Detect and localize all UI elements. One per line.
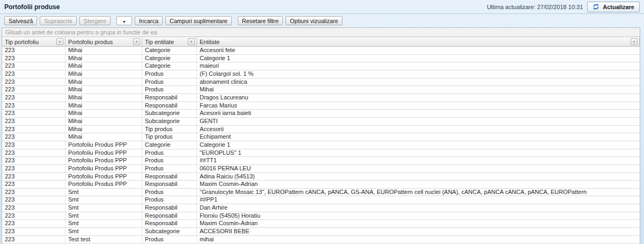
table-cell: 223 bbox=[2, 181, 65, 189]
table-cell: Mihai bbox=[65, 86, 142, 94]
table-cell: "EUROPLUS" 1 bbox=[197, 149, 640, 157]
table-cell: 223 bbox=[2, 102, 65, 110]
title-bar: Portofolii produse Ultima actualizare: 2… bbox=[0, 0, 644, 14]
overwrite-button: Suprascrie bbox=[40, 16, 77, 25]
table-row[interactable]: 223SmtResponsabilDan Arhire bbox=[2, 204, 640, 212]
column-header-tip-entitate[interactable]: Tip entitate ▼ bbox=[142, 37, 197, 46]
table-cell: Dan Arhire bbox=[197, 204, 640, 212]
table-row[interactable]: 223MihaiProdusMihai bbox=[2, 86, 640, 94]
table-cell: ##TT1 bbox=[197, 157, 640, 165]
table-cell: 223 bbox=[2, 212, 65, 220]
table-cell: Categorie bbox=[142, 62, 197, 70]
table-cell: 223 bbox=[2, 118, 65, 126]
table-cell: Subcategorie bbox=[142, 110, 197, 118]
table-row[interactable]: 223MihaiProdusabonament clinica bbox=[2, 78, 640, 87]
refresh-button[interactable]: Actualizare bbox=[587, 2, 640, 12]
filter-icon[interactable]: ▼ bbox=[133, 38, 140, 45]
column-header-label: Tip portofoliu bbox=[5, 39, 39, 45]
table-cell: Responsabil bbox=[142, 212, 197, 220]
table-cell: Maxim Cosmin-Adrian bbox=[197, 220, 640, 228]
table-cell: 223 bbox=[2, 141, 65, 149]
table-cell: 223 bbox=[2, 228, 65, 236]
table-cell: 223 bbox=[2, 204, 65, 212]
column-header-tip-portofoliu[interactable]: Tip portofoliu ▼ bbox=[2, 37, 65, 46]
table-cell: Responsabil bbox=[142, 102, 197, 110]
table-cell: Accesorii fete bbox=[197, 47, 640, 55]
column-header-entitate[interactable]: Entitate ▼ bbox=[197, 37, 640, 46]
table-row[interactable]: 223SmtSubcategorieACCESORII BEBE bbox=[2, 228, 640, 236]
table-cell: Echipament bbox=[197, 133, 640, 141]
filter-icon[interactable]: ▼ bbox=[188, 38, 195, 45]
filter-icon[interactable]: ▼ bbox=[56, 38, 63, 45]
table-cell: Produs bbox=[142, 78, 197, 87]
column-header-label: Portofoliu produs bbox=[68, 39, 113, 45]
table-row[interactable]: 223Portofoliu Produs PPPProdus"EUROPLUS"… bbox=[2, 149, 640, 157]
table-row[interactable]: 223MihaiTip produsAccesorii bbox=[2, 126, 640, 134]
column-header-label: Tip entitate bbox=[145, 39, 174, 45]
table-row[interactable]: 223MihaiProdus(F) Colargol sol. 1 % bbox=[2, 70, 640, 78]
table-cell: 223 bbox=[2, 173, 65, 181]
table-cell: ACCESORII BEBE bbox=[197, 228, 640, 236]
table-cell: Adina Raiciu (54513) bbox=[197, 173, 640, 181]
table-cell: Portofoliu Produs PPP bbox=[65, 165, 142, 173]
table-row[interactable]: 223MihaiSubcategorieGENTI bbox=[2, 118, 640, 126]
save-dropdown-button[interactable]: ▼ bbox=[116, 16, 132, 25]
table-cell: Smt bbox=[65, 228, 142, 236]
extra-fields-button[interactable]: Campuri suplimentare bbox=[165, 16, 232, 25]
table-cell: Responsabil bbox=[142, 94, 197, 102]
table-cell: Mihai bbox=[65, 110, 142, 118]
table-row[interactable]: 223Portofoliu Produs PPPProdus##TT1 bbox=[2, 157, 640, 165]
table-cell: "Granulocyte Mosaic 13", EUROPattern cAN… bbox=[197, 189, 640, 197]
table-row[interactable]: 223Portofoliu Produs PPPResponsabilMaxim… bbox=[2, 181, 640, 189]
table-cell: Responsabil bbox=[142, 181, 197, 189]
table-row[interactable]: 223Portofoliu Produs PPPProdus06016 PERN… bbox=[2, 165, 640, 173]
table-cell: 223 bbox=[2, 78, 65, 87]
table-cell: Produs bbox=[142, 70, 197, 78]
table-row[interactable]: 223MihaiResponsabilDragos Lacureanu bbox=[2, 94, 640, 102]
refresh-button-label: Actualizare bbox=[603, 4, 634, 10]
table-cell: abonament clinica bbox=[197, 78, 640, 87]
table-cell: Mihai bbox=[65, 126, 142, 134]
column-header-portofoliu-produs[interactable]: Portofoliu produs ▼ bbox=[65, 37, 142, 46]
table-cell: Test test bbox=[65, 236, 142, 244]
table-cell: Mihai bbox=[65, 94, 142, 102]
view-options-button[interactable]: Optiuni vizualizare bbox=[286, 16, 342, 25]
table-row[interactable]: 223MihaiTip produsEchipament bbox=[2, 133, 640, 141]
table-row[interactable]: 223MihaiSubcategorieAcesorii iarna baiet… bbox=[2, 110, 640, 118]
load-button[interactable]: Incarca bbox=[135, 16, 163, 25]
table-cell: Portofoliu Produs PPP bbox=[65, 141, 142, 149]
filter-icon[interactable]: ▼ bbox=[631, 38, 638, 45]
refresh-icon bbox=[592, 3, 599, 10]
table-cell: Mihai bbox=[65, 70, 142, 78]
table-row[interactable]: 223SmtResponsabilMaxim Cosmin-Adrian bbox=[2, 220, 640, 228]
reset-filters-button[interactable]: Resetare filtre bbox=[238, 16, 283, 25]
table-row[interactable]: 223MihaiResponsabilFarcas Marius bbox=[2, 102, 640, 110]
table-row[interactable]: 223Test testProdusmihai bbox=[2, 236, 640, 244]
table-row[interactable]: 223Portofoliu Produs PPPResponsabilAdina… bbox=[2, 173, 640, 181]
group-by-panel[interactable]: Glisati un antet de coloana pentru a gru… bbox=[2, 28, 640, 37]
update-group: Ultima actualizare: 27/02/2018 10:31 Act… bbox=[487, 2, 640, 12]
table-cell: Smt bbox=[65, 196, 142, 204]
table-cell: Categorie bbox=[142, 47, 197, 55]
table-cell: 223 bbox=[2, 55, 65, 63]
table-cell: Mihai bbox=[65, 133, 142, 141]
table-cell: 223 bbox=[2, 70, 65, 78]
table-cell: 223 bbox=[2, 47, 65, 55]
table-cell: Portofoliu Produs PPP bbox=[65, 149, 142, 157]
table-row[interactable]: 223MihaiCategoriemaieuri bbox=[2, 62, 640, 70]
table-cell: Mihai bbox=[65, 118, 142, 126]
table-row[interactable]: 223SmtResponsabilFloroiu (54505) Horatiu bbox=[2, 212, 640, 220]
table-cell: Portofoliu Produs PPP bbox=[65, 173, 142, 181]
table-cell: 223 bbox=[2, 126, 65, 134]
table-row[interactable]: 223Portofoliu Produs PPPCategorieCategor… bbox=[2, 141, 640, 149]
table-cell: Accesorii bbox=[197, 126, 640, 134]
table-cell: 223 bbox=[2, 220, 65, 228]
save-button[interactable]: Salvează bbox=[4, 16, 37, 25]
table-header: Tip portofoliu ▼ Portofoliu produs ▼ Tip… bbox=[2, 37, 640, 47]
table-cell: ##PP1 bbox=[197, 196, 640, 204]
table-row[interactable]: 223SmtProdus##PP1 bbox=[2, 196, 640, 204]
table-row[interactable]: 223MihaiCategorieCategorie 1 bbox=[2, 55, 640, 63]
table-cell: 223 bbox=[2, 133, 65, 141]
table-row[interactable]: 223SmtProdus"Granulocyte Mosaic 13", EUR… bbox=[2, 189, 640, 197]
table-row[interactable]: 223MihaiCategorieAccesorii fete bbox=[2, 47, 640, 55]
